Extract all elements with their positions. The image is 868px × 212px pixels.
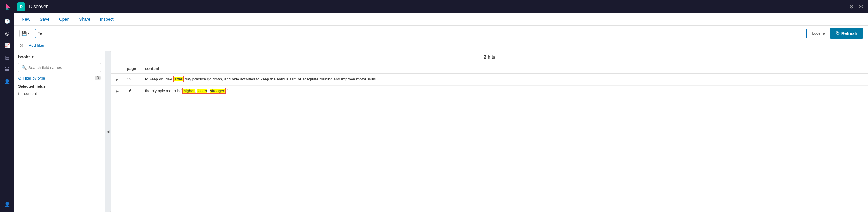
filter-type-row: ⊙ Filter by type 0	[18, 74, 101, 82]
nav-person-icon[interactable]: 👤	[2, 76, 13, 87]
page-cell: 13	[123, 73, 142, 85]
search-fields-input[interactable]	[28, 65, 98, 70]
index-pattern-label: book*	[18, 55, 30, 59]
kibana-logo	[5, 2, 13, 11]
search-input[interactable]	[38, 31, 803, 36]
save-button[interactable]: Save	[37, 16, 52, 23]
highlighted-word-after: after	[174, 77, 183, 81]
selected-fields-label: Selected fields	[18, 84, 101, 89]
toolbar: New Save Open Share Inspect	[14, 13, 868, 26]
filter-by-type-button[interactable]: ⊙ Filter by type	[18, 76, 45, 80]
new-button[interactable]: New	[19, 16, 33, 23]
field-type-badge: t	[18, 92, 22, 96]
data-table: page content ▶ 13	[111, 64, 868, 97]
refresh-button[interactable]: ↻ Refresh	[830, 28, 863, 39]
app-title: Discover	[29, 4, 48, 9]
search-fields-wrap: 🔍	[18, 63, 101, 72]
nav-chart-icon[interactable]: 📈	[2, 40, 13, 50]
lucene-label: Lucene	[809, 31, 827, 36]
filter-by-type-label: Filter by type	[23, 76, 45, 80]
table-body: ▶ 13 to keep on, day after day practice …	[111, 73, 868, 97]
page-cell-2: 16	[123, 85, 142, 97]
filter-bar: ⊙ + Add filter	[14, 41, 868, 51]
index-chevron-icon: ▼	[31, 55, 34, 59]
chevron-down-icon: ▼	[27, 32, 30, 35]
table-row: ▶ 13 to keep on, day after day practice …	[111, 73, 868, 85]
highlighted-word-higher: higher	[183, 89, 195, 93]
expand-row-button-2[interactable]: ▶	[115, 89, 120, 94]
search-bar: 💾 ▼ Lucene ↻ Refresh	[14, 26, 868, 41]
nav-layers-icon[interactable]: ▤	[2, 52, 13, 63]
field-item-content[interactable]: t content	[18, 90, 101, 97]
nav-building-icon[interactable]: 🏛	[2, 64, 13, 75]
index-pattern-header[interactable]: book* ▼	[18, 55, 101, 59]
top-bar-left: D Discover	[5, 2, 48, 11]
expand-col-header	[111, 64, 123, 73]
top-bar: D Discover ⚙ ✉	[0, 0, 868, 13]
sidebar-nav: 🕐 ◎ 📈 ▤ 🏛 👤 👤	[0, 13, 14, 212]
content-area: book* ▼ 🔍 ⊙ Filter by type 0 Selected fi…	[14, 51, 868, 212]
inspect-button[interactable]: Inspect	[98, 16, 116, 23]
refresh-icon: ↻	[836, 30, 840, 36]
nav-clock-icon[interactable]: 🕐	[2, 16, 13, 27]
results-table: page content ▶ 13	[111, 64, 868, 212]
filter-icon: ⊙	[19, 42, 23, 48]
page-col-header: page	[123, 64, 142, 73]
refresh-label: Refresh	[841, 31, 857, 36]
share-button[interactable]: Share	[76, 16, 93, 23]
highlight-box-row2: higher, faster, stronger	[182, 87, 226, 94]
highlighted-word-stronger: stronger	[210, 89, 225, 93]
app-icon: D	[17, 2, 25, 11]
filter-type-icon: ⊙	[18, 76, 22, 80]
left-panel: book* ▼ 🔍 ⊙ Filter by type 0 Selected fi…	[14, 51, 105, 212]
highlighted-word-faster: faster	[197, 89, 208, 93]
filter-count-badge: 0	[95, 76, 101, 80]
collapse-panel-button[interactable]: ◀	[105, 51, 111, 212]
content-col-header: content	[142, 64, 868, 73]
save-icon: 💾	[22, 31, 27, 36]
expand-row-button[interactable]: ▶	[115, 77, 120, 82]
nav-user-icon[interactable]: 👤	[2, 199, 13, 210]
top-bar-right: ⚙ ✉	[849, 3, 863, 10]
table-row: ▶ 16 the olympic motto is "higher, faste…	[111, 85, 868, 97]
settings-icon[interactable]: ⚙	[849, 3, 854, 10]
content-cell: to keep on, day after day practice go do…	[142, 73, 868, 85]
hits-count: 2	[484, 55, 487, 60]
right-panel: 2 hits page content	[111, 51, 868, 212]
layout: 🕐 ◎ 📈 ▤ 🏛 👤 👤 New Save Open Share Inspec…	[0, 13, 868, 212]
collapse-icon: ◀	[107, 130, 110, 134]
open-button[interactable]: Open	[57, 16, 72, 23]
add-filter-button[interactable]: + Add filter	[26, 43, 44, 47]
content-cell-2: the olympic motto is "higher, faster, st…	[142, 85, 868, 97]
expand-cell[interactable]: ▶	[111, 85, 123, 97]
field-name: content	[24, 91, 37, 96]
nav-compass-icon[interactable]: ◎	[2, 28, 13, 39]
search-fields-icon: 🔍	[22, 65, 27, 70]
table-header: page content	[111, 64, 868, 73]
search-input-wrap	[35, 29, 807, 38]
mail-icon[interactable]: ✉	[859, 3, 863, 10]
hits-header: 2 hits	[111, 51, 868, 64]
expand-cell[interactable]: ▶	[111, 73, 123, 85]
main-content: New Save Open Share Inspect 💾 ▼ Lucene ↻…	[14, 13, 868, 212]
highlight-box-after: after	[173, 76, 184, 82]
hits-text: hits	[488, 55, 495, 60]
save-search-button[interactable]: 💾 ▼	[19, 30, 32, 37]
